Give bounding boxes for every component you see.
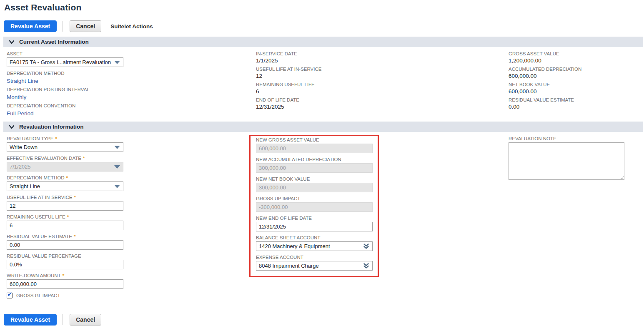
field-label: NEW GROSS ASSET VALUE	[256, 137, 373, 143]
field-label: BALANCE SHEET ACCOUNT	[256, 235, 373, 241]
revalue-asset-button[interactable]: Revalue Asset	[4, 314, 57, 326]
asset-select[interactable]: FA0175 TA - Gross I...airment Revaluatio…	[7, 57, 123, 67]
asset-revaluation-page: Asset Revaluation Revalue Asset Cancel S…	[0, 0, 644, 333]
useful-life-at-in-service-input[interactable]	[7, 201, 123, 211]
cancel-button[interactable]: Cancel	[70, 20, 101, 32]
required-asterisk: *	[74, 195, 75, 200]
field-label: RESIDUAL VALUE ESTIMATE	[509, 97, 642, 103]
revaluation-note-textarea[interactable]	[509, 142, 624, 180]
field-label: RESIDUAL VALUE PERCENTAGE	[7, 253, 136, 259]
field-label: NEW END OF LIFE DATE	[256, 216, 373, 221]
residual-value-percentage-input[interactable]	[7, 260, 123, 269]
revaluation-type-select[interactable]: Write Down	[7, 142, 123, 152]
depreciation-posting-interval-link[interactable]: Monthly	[7, 94, 26, 101]
field-value: 600,000.00	[509, 73, 642, 80]
balance-sheet-account-field: BALANCE SHEET ACCOUNT 1420 Machinery & E…	[256, 235, 373, 251]
double-chevron-down-icon	[363, 243, 369, 249]
remaining-useful-life-input[interactable]	[7, 221, 123, 230]
required-asterisk: *	[74, 234, 75, 239]
field-value: 1,200,000.00	[509, 57, 642, 64]
effective-revaluation-date-field: EFFECTIVE REVALUATION DATE* 7/1/2025	[7, 156, 136, 171]
field-label: ACCUMULATED DEPRECIATION	[509, 67, 642, 72]
select-value: Straight Line	[10, 183, 40, 189]
field-value: 6	[256, 88, 435, 95]
expense-account-select[interactable]: 8048 Impairment Charge	[256, 261, 373, 271]
highlighted-fields-box: NEW GROSS ASSET VALUE NEW ACCUMULATED DE…	[249, 135, 379, 277]
field-label: IN-SERVICE DATE	[256, 51, 435, 57]
revaluation-column-left: REVALUATION TYPE* Write Down EFFECTIVE R…	[7, 136, 136, 298]
gross-asset-value-field: GROSS ASSET VALUE 1,200,000.00	[509, 51, 642, 64]
write-down-amount-field: WRITE-DOWN AMOUNT*	[7, 273, 136, 289]
field-value: 12	[256, 73, 435, 80]
select-value: 8048 Impairment Charge	[259, 263, 319, 269]
new-accumulated-depreciation-field: NEW ACCUMULATED DEPRECIATION	[256, 157, 373, 173]
useful-life-at-in-service-field: USEFUL LIFE AT IN-SERVICE 12	[256, 67, 435, 80]
gross-gl-impact-checkbox[interactable]: ✔	[7, 293, 13, 298]
cancel-button[interactable]: Cancel	[70, 314, 101, 326]
useful-life-at-in-service-field: USEFUL LIFE AT IN-SERVICE*	[7, 195, 136, 211]
depreciation-method-link[interactable]: Straight Line	[7, 78, 38, 84]
current-asset-column-right: GROSS ASSET VALUE 1,200,000.00 ACCUMULAT…	[509, 51, 642, 113]
field-label: DEPRECIATION POSTING INTERVAL	[7, 87, 136, 92]
revaluation-column-right: REVALUATION NOTE	[509, 136, 634, 185]
gross-up-impact-field: GROSS UP IMPACT	[256, 196, 373, 212]
net-book-value-field: NET BOOK VALUE 600,000.00	[509, 82, 642, 95]
expense-account-field: EXPENSE ACCOUNT 8048 Impairment Charge	[256, 255, 373, 271]
suitelet-actions-menu[interactable]: Suitelet Actions	[110, 23, 153, 30]
accumulated-depreciation-field: ACCUMULATED DEPRECIATION 600,000.00	[509, 67, 642, 80]
field-label: REMAINING USEFUL LIFE*	[7, 214, 136, 220]
field-label: EXPENSE ACCOUNT	[256, 255, 373, 260]
asset-field: ASSET FA0175 TA - Gross I...airment Reva…	[7, 51, 136, 67]
required-asterisk: *	[67, 214, 69, 219]
footer-toolbar: Revalue Asset Cancel	[4, 314, 101, 326]
balance-sheet-account-select[interactable]: 1420 Machinery & Equipment	[256, 241, 373, 251]
checkmark-icon: ✔	[7, 291, 13, 297]
select-value: Write Down	[10, 144, 38, 150]
in-service-date-field: IN-SERVICE DATE 1/1/2025	[256, 51, 435, 64]
field-label: NET BOOK VALUE	[509, 82, 642, 87]
residual-value-estimate-field: RESIDUAL VALUE ESTIMATE 0.00	[509, 97, 642, 110]
write-down-amount-input[interactable]	[7, 279, 123, 289]
field-label: REVALUATION NOTE	[509, 136, 634, 142]
remaining-useful-life-field: REMAINING USEFUL LIFE 6	[256, 82, 435, 95]
remaining-useful-life-field: REMAINING USEFUL LIFE*	[7, 214, 136, 230]
section-header-revaluation-information[interactable]: Revaluation Information	[3, 122, 643, 132]
toolbar-divider	[63, 314, 63, 325]
new-net-book-value-field: NEW NET BOOK VALUE	[256, 176, 373, 192]
field-label: GROSS ASSET VALUE	[509, 51, 642, 57]
field-label: EFFECTIVE REVALUATION DATE*	[7, 156, 136, 161]
chevron-down-icon	[9, 124, 15, 129]
asset-select-value: FA0175 TA - Gross I...airment Revaluatio…	[10, 59, 111, 65]
depreciation-method-field: DEPRECIATION METHOD Straight Line	[7, 71, 136, 84]
new-gross-asset-value-field: NEW GROSS ASSET VALUE	[256, 137, 373, 153]
field-label: DEPRECIATION METHOD*	[7, 175, 136, 181]
new-net-book-value-input	[256, 183, 373, 192]
field-label: NEW ACCUMULATED DEPRECIATION	[256, 157, 373, 162]
dropdown-arrow-icon	[114, 165, 120, 169]
select-value: 7/1/2025	[10, 164, 31, 170]
field-label: NEW NET BOOK VALUE	[256, 176, 373, 182]
new-accumulated-depreciation-input	[256, 163, 373, 173]
field-label: DEPRECIATION METHOD	[7, 71, 136, 76]
double-chevron-down-icon	[363, 263, 369, 269]
field-label: ASSET	[7, 51, 136, 57]
depreciation-method-select[interactable]: Straight Line	[7, 181, 123, 191]
revalue-asset-button[interactable]: Revalue Asset	[4, 20, 57, 32]
section-header-current-asset-information[interactable]: Current Asset Information	[3, 37, 643, 47]
gross-gl-impact-field: ✔ GROSS GL IMPACT	[7, 293, 136, 298]
field-value: 600,000.00	[509, 88, 642, 95]
depreciation-convention-link[interactable]: Full Period	[7, 110, 34, 117]
field-label: USEFUL LIFE AT IN-SERVICE	[256, 67, 435, 72]
page-title: Asset Revaluation	[4, 2, 81, 12]
new-end-of-life-date-input[interactable]	[256, 222, 373, 231]
residual-value-percentage-field: RESIDUAL VALUE PERCENTAGE	[7, 253, 136, 269]
section-title: Current Asset Information	[19, 39, 89, 45]
effective-revaluation-date-select: 7/1/2025	[7, 162, 123, 171]
required-asterisk: *	[83, 156, 85, 161]
field-value: 1/1/2025	[256, 57, 435, 64]
new-end-of-life-date-field: NEW END OF LIFE DATE	[256, 216, 373, 231]
field-label: USEFUL LIFE AT IN-SERVICE*	[7, 195, 136, 200]
depreciation-method-field: DEPRECIATION METHOD* Straight Line	[7, 175, 136, 191]
residual-value-estimate-input[interactable]	[7, 240, 123, 250]
field-label: REVALUATION TYPE*	[7, 136, 136, 142]
